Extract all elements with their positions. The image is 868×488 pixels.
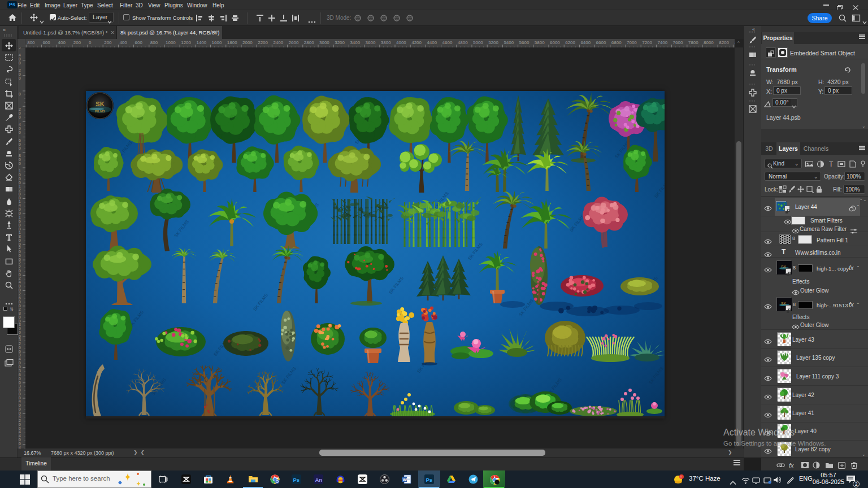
svg-text:600: 600 <box>135 40 143 45</box>
svg-text:2: 2 <box>19 419 21 422</box>
svg-text:600: 600 <box>42 40 50 45</box>
svg-text:0: 0 <box>19 238 21 242</box>
svg-text:4400: 4400 <box>427 40 437 45</box>
svg-text:fx: fx <box>789 462 794 469</box>
svg-text:2: 2 <box>19 261 21 265</box>
svg-text:FILMS: FILMS <box>95 110 105 113</box>
svg-text:0: 0 <box>19 392 21 396</box>
svg-text:W: W <box>403 477 407 482</box>
svg-text:0: 0 <box>19 142 21 146</box>
svg-text:1800: 1800 <box>227 40 237 45</box>
svg-text:6: 6 <box>19 219 21 223</box>
svg-text:4: 4 <box>19 430 21 434</box>
svg-text:An: An <box>315 477 323 483</box>
svg-text:8: 8 <box>19 154 21 158</box>
svg-text:4: 4 <box>19 415 21 419</box>
svg-text:0: 0 <box>19 361 21 365</box>
svg-text:0: 0 <box>19 173 21 177</box>
svg-text:2: 2 <box>19 107 21 111</box>
svg-text:0: 0 <box>19 158 21 162</box>
svg-text:2200: 2200 <box>258 40 268 45</box>
svg-text:800: 800 <box>150 40 158 45</box>
svg-text:1: 1 <box>19 184 21 188</box>
svg-text:5800: 5800 <box>535 40 545 45</box>
svg-text:1200: 1200 <box>181 40 191 45</box>
svg-text:0: 0 <box>19 223 21 227</box>
svg-text:1000: 1000 <box>166 40 176 45</box>
svg-text:400: 400 <box>58 40 66 45</box>
svg-text:200: 200 <box>73 40 81 45</box>
svg-text:4: 4 <box>19 357 21 361</box>
svg-text:4: 4 <box>19 123 21 127</box>
svg-text:5000: 5000 <box>473 40 483 45</box>
svg-text:3: 3 <box>19 323 21 326</box>
svg-text:0: 0 <box>19 438 21 442</box>
svg-text:6800: 6800 <box>611 40 622 45</box>
svg-text:1: 1 <box>19 169 21 173</box>
svg-text:7000: 7000 <box>627 40 637 45</box>
svg-text:2: 2 <box>19 68 21 72</box>
svg-text:6: 6 <box>19 373 21 377</box>
svg-text:5600: 5600 <box>519 40 530 45</box>
svg-text:3200: 3200 <box>335 40 345 45</box>
svg-text:8: 8 <box>19 388 21 392</box>
svg-text:1: 1 <box>19 215 21 219</box>
svg-text:2: 2 <box>19 276 21 280</box>
svg-text:2: 2 <box>19 342 21 346</box>
svg-text:3400: 3400 <box>350 40 360 45</box>
svg-text:0: 0 <box>19 177 21 181</box>
svg-text:8000: 8000 <box>704 40 714 45</box>
svg-text:4600: 4600 <box>442 40 453 45</box>
svg-text:6400: 6400 <box>580 40 591 45</box>
svg-text:4200: 4200 <box>411 40 422 45</box>
svg-text:0: 0 <box>19 254 21 258</box>
svg-text:4: 4 <box>19 280 21 284</box>
svg-text:3600: 3600 <box>366 40 376 45</box>
svg-text:0: 0 <box>19 269 21 273</box>
svg-text:6: 6 <box>19 296 21 300</box>
svg-text:5400: 5400 <box>504 40 514 45</box>
svg-text:2400: 2400 <box>273 40 283 45</box>
svg-text:!: ! <box>680 475 682 479</box>
svg-text:0: 0 <box>89 40 92 45</box>
svg-text:4: 4 <box>19 434 21 438</box>
svg-text:Ps: Ps <box>426 477 433 483</box>
svg-text:6000: 6000 <box>550 40 560 45</box>
svg-text:1: 1 <box>19 230 21 234</box>
svg-text:8: 8 <box>19 311 21 315</box>
svg-text:0: 0 <box>19 300 21 304</box>
svg-text:0: 0 <box>19 330 21 334</box>
svg-text:3: 3 <box>19 338 21 342</box>
svg-text:8: 8 <box>19 234 21 238</box>
svg-text:2: 2 <box>19 265 21 269</box>
svg-text:5200: 5200 <box>488 40 498 45</box>
svg-text:4000: 4000 <box>396 40 406 45</box>
svg-text:7800: 7800 <box>688 40 698 45</box>
svg-text:0: 0 <box>19 72 21 76</box>
svg-text:4: 4 <box>19 203 21 207</box>
svg-text:6200: 6200 <box>565 40 575 45</box>
svg-text:0: 0 <box>19 284 21 288</box>
svg-text:T: T <box>829 160 834 168</box>
svg-text:1: 1 <box>19 199 21 203</box>
svg-text:3: 3 <box>19 369 21 373</box>
svg-text:0: 0 <box>19 250 21 254</box>
svg-text:0: 0 <box>19 315 21 319</box>
svg-text:0: 0 <box>19 207 21 211</box>
svg-text:2: 2 <box>19 307 21 311</box>
svg-text:6600: 6600 <box>596 40 606 45</box>
svg-text:0: 0 <box>19 111 21 115</box>
svg-text:0: 0 <box>19 162 21 165</box>
svg-text:2: 2 <box>19 188 21 192</box>
svg-text:3000: 3000 <box>319 40 329 45</box>
svg-text:400: 400 <box>119 40 127 45</box>
svg-text:2: 2 <box>19 292 21 296</box>
svg-text:7600: 7600 <box>673 40 683 45</box>
svg-text:0: 0 <box>19 76 21 80</box>
svg-text:0: 0 <box>19 192 21 196</box>
svg-text:7200: 7200 <box>642 40 652 45</box>
svg-text:0: 0 <box>19 61 21 65</box>
svg-text:0: 0 <box>19 422 21 426</box>
svg-text:Ps: Ps <box>293 477 300 483</box>
svg-text:1600: 1600 <box>212 40 222 45</box>
